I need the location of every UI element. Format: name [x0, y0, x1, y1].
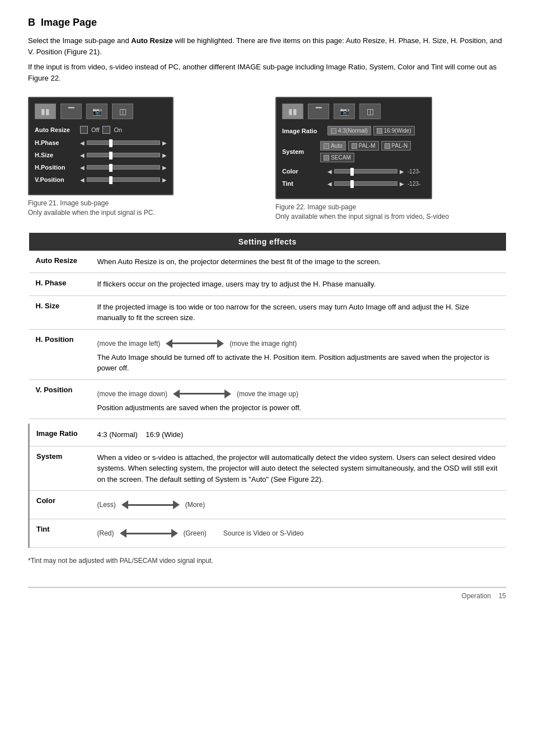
figure22-ui: ▮▮ ▔ 📷 ◫ Image Ratio 4:3(Normal) 16:9(Wi… — [275, 97, 432, 199]
color-row: Color ◀ ▶ -123- — [282, 168, 425, 175]
hpos-left-label: (move the image left) — [97, 339, 161, 349]
color-value: -123- — [407, 168, 425, 175]
intro-para1: Select the Image sub-page and Auto Resiz… — [28, 35, 506, 57]
proj-top-icons: ▮▮ ▔ 📷 ◫ — [35, 104, 167, 119]
icon-menu3: ◫ — [112, 104, 133, 119]
color-slider — [334, 169, 397, 173]
on-checkbox — [102, 126, 110, 134]
desc-image-ratio: 4:3 (Normal) 16:9 (Wide) — [91, 424, 507, 446]
vpos-slider — [87, 177, 160, 182]
hpos-row: H.Position ◀ ▶ — [35, 164, 167, 171]
hphase-slider-wrap: ◀ ▶ — [80, 140, 167, 146]
icon22-image: ▮▮ — [282, 104, 303, 119]
figure21-caption-line1: Figure 21. Image sub-page — [28, 199, 259, 208]
figure22-caption-line2: Only available when the input signal is … — [275, 212, 506, 222]
desc-color: (Less) (More) — [91, 491, 507, 519]
image-ratio-opts: 4:3(Normal) 16:9(Wide) — [327, 126, 415, 135]
term-vpos: V. Position — [29, 379, 91, 419]
vpos-label: V.Position — [35, 176, 77, 183]
setting-table: Setting effects Auto Resize When Auto Re… — [28, 233, 506, 548]
vpos-desc2: Position adjustments are saved when the … — [97, 402, 500, 414]
hpos-desc2: The Auto Image should be turned off to a… — [97, 352, 500, 374]
vpos-double-arrow — [173, 389, 231, 398]
row-hsize: H. Size If the projected image is too wi… — [29, 295, 507, 329]
color-double-arrow — [121, 500, 180, 509]
vpos-left-label: (move the image down) — [97, 389, 167, 399]
row-image-ratio: Image Ratio 4:3 (Normal) 16:9 (Wide) — [29, 424, 507, 446]
spacer-row — [29, 419, 507, 424]
desc-system: When a video or s-video is attached, the… — [91, 446, 507, 491]
auto-resize-row: Auto Resize Off On — [35, 126, 167, 134]
tint-value: -123- — [407, 181, 425, 187]
opt-palm: PAL-M — [348, 141, 379, 151]
color-label: Color — [282, 168, 324, 175]
tint-right-arrow: ▶ — [400, 181, 404, 187]
opt-43: 4:3(Normal) — [327, 126, 371, 135]
figure21-ui: ▮▮ ▔ 📷 ◫ Auto Resize Off On H.Phase ◀ — [28, 97, 174, 195]
hpos-arrow-diagram: (move the image left) (move the image ri… — [97, 339, 500, 349]
row-system: System When a video or s-video is attach… — [29, 446, 507, 491]
color-slider-wrap: ◀ ▶ — [327, 168, 404, 175]
proj22-top-icons: ▮▮ ▔ 📷 ◫ — [282, 104, 425, 119]
tint-label: Tint — [282, 180, 324, 187]
footer-operation: Operation — [462, 592, 491, 600]
desc-auto-resize: When Auto Resize is on, the projector de… — [91, 251, 507, 273]
term-hphase: H. Phase — [29, 273, 91, 296]
term-color: Color — [29, 491, 91, 519]
opt-paln: PAL-N — [381, 141, 411, 151]
icon22-menu2: 📷 — [334, 104, 355, 119]
tint-left-arrow: ◀ — [327, 181, 332, 187]
term-hsize: H. Size — [29, 295, 91, 329]
hpos-slider-wrap: ◀ ▶ — [80, 165, 167, 171]
tint-arrow-line — [127, 533, 171, 534]
hsize-row: H.Size ◀ ▶ — [35, 152, 167, 158]
desc-vpos: (move the image down) (move the image up… — [91, 379, 507, 419]
desc-tint: (Red) (Green) Source is Video or S-Video — [91, 519, 507, 548]
hsize-slider-wrap: ◀ ▶ — [80, 152, 167, 158]
row-hpos: H. Position (move the image left) (move … — [29, 329, 507, 379]
icon-image: ▮▮ — [35, 104, 56, 119]
auto-resize-opts: Off On — [80, 126, 122, 134]
vpos-slider-wrap: ◀ ▶ — [80, 177, 167, 183]
desc-hpos: (move the image left) (move the image ri… — [91, 329, 507, 379]
hpos-arrow-line — [172, 342, 217, 344]
intro-para2: If the input is from video, s-video inst… — [28, 62, 506, 83]
system-row: System Auto PAL-M PAL-N SECAM — [282, 141, 425, 162]
on-label: On — [114, 126, 122, 133]
row-color: Color (Less) (More) — [29, 491, 507, 519]
icon-menu2: 📷 — [86, 104, 107, 119]
tint-right-label: (Green) — [184, 528, 207, 538]
page-footer: Operation 15 — [28, 587, 506, 600]
hsize-left-arrow: ◀ — [80, 152, 85, 158]
term-image-ratio: Image Ratio — [29, 424, 91, 446]
icon22-menu3: ◫ — [359, 104, 381, 119]
section-title: B Image Page — [28, 17, 506, 29]
figure22-caption-line1: Figure 22. Image sub-page — [275, 203, 506, 212]
term-hpos: H. Position — [29, 329, 91, 379]
figure21-caption-line2: Only available when the input signal is … — [28, 208, 259, 218]
hpos-left-arrow: ◀ — [80, 165, 85, 171]
opt-secam: SECAM — [320, 153, 354, 162]
footer-text: Operation 15 — [462, 592, 506, 600]
opt-auto: Auto — [320, 141, 346, 151]
icon22-menu1: ▔ — [308, 104, 329, 119]
row-auto-resize: Auto Resize When Auto Resize is on, the … — [29, 251, 507, 273]
system-opts: Auto PAL-M PAL-N SECAM — [320, 141, 425, 162]
vpos-arrow-line — [180, 393, 224, 395]
hpos-right-arrow: ▶ — [162, 165, 167, 171]
figure22-box: ▮▮ ▔ 📷 ◫ Image Ratio 4:3(Normal) 16:9(Wi… — [275, 97, 506, 222]
hphase-label: H.Phase — [35, 139, 77, 146]
vpos-right-arrow: ▶ — [162, 177, 167, 183]
section-title-text: Image Page — [41, 17, 97, 28]
row-tint: Tint (Red) (Green) Source is Video or S-… — [29, 519, 507, 548]
hpos-right-label: (move the image right) — [229, 339, 297, 349]
hpos-double-arrow — [166, 339, 224, 348]
auto-resize-label: Auto Resize — [35, 126, 77, 133]
hphase-row: H.Phase ◀ ▶ — [35, 139, 167, 146]
desc-hsize: If the projected image is too wide or to… — [91, 295, 507, 329]
color-arrow-line — [128, 504, 173, 506]
hpos-label: H.Position — [35, 164, 77, 171]
vpos-row: V.Position ◀ ▶ — [35, 176, 167, 183]
hpos-slider — [87, 165, 160, 170]
system-label: System — [282, 148, 317, 155]
